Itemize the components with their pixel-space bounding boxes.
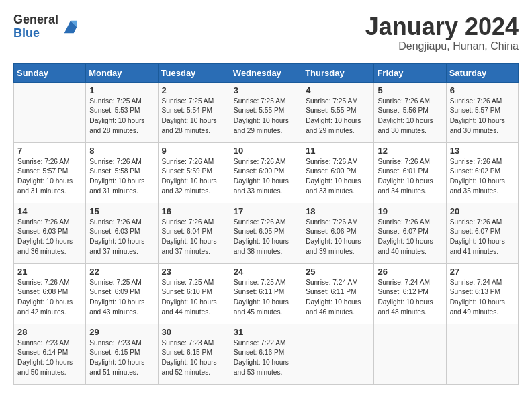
calendar-cell: [14, 82, 86, 142]
cell-content: Sunrise: 7:25 AM Sunset: 5:55 PM Dayligh…: [306, 97, 370, 136]
day-number: 17: [234, 206, 298, 216]
day-number: 30: [162, 327, 226, 337]
cell-content: Sunrise: 7:26 AM Sunset: 6:07 PM Dayligh…: [378, 218, 442, 257]
calendar-cell: 11Sunrise: 7:26 AM Sunset: 6:00 PM Dayli…: [302, 142, 374, 203]
calendar-cell: 12Sunrise: 7:26 AM Sunset: 6:01 PM Dayli…: [374, 142, 446, 203]
day-number: 9: [162, 146, 226, 156]
calendar-cell: 6Sunrise: 7:26 AM Sunset: 5:57 PM Daylig…: [446, 82, 518, 142]
day-number: 14: [17, 206, 82, 216]
cell-content: Sunrise: 7:26 AM Sunset: 5:57 PM Dayligh…: [450, 97, 515, 136]
day-number: 5: [378, 85, 442, 95]
cell-content: Sunrise: 7:23 AM Sunset: 6:15 PM Dayligh…: [89, 338, 154, 378]
calendar-cell: 8Sunrise: 7:26 AM Sunset: 5:58 PM Daylig…: [86, 142, 158, 203]
day-number: 4: [306, 85, 370, 95]
calendar-cell: 10Sunrise: 7:26 AM Sunset: 6:00 PM Dayli…: [230, 142, 302, 203]
cell-content: Sunrise: 7:25 AM Sunset: 5:53 PM Dayligh…: [89, 97, 154, 136]
day-number: 23: [162, 267, 226, 277]
weekday-header-monday: Monday: [86, 63, 158, 82]
day-number: 11: [306, 146, 370, 156]
weekday-header-tuesday: Tuesday: [158, 63, 230, 82]
calendar-cell: 17Sunrise: 7:26 AM Sunset: 6:05 PM Dayli…: [230, 203, 302, 263]
cell-content: Sunrise: 7:26 AM Sunset: 6:00 PM Dayligh…: [306, 157, 370, 197]
cell-content: Sunrise: 7:26 AM Sunset: 6:08 PM Dayligh…: [17, 278, 82, 318]
logo-blue: Blue: [13, 27, 58, 40]
day-number: 24: [234, 267, 298, 277]
cell-content: Sunrise: 7:25 AM Sunset: 5:55 PM Dayligh…: [234, 97, 298, 136]
day-number: 6: [450, 85, 515, 95]
day-number: 29: [89, 327, 154, 337]
calendar-week-row: 7Sunrise: 7:26 AM Sunset: 5:57 PM Daylig…: [14, 142, 519, 203]
calendar-cell: 5Sunrise: 7:26 AM Sunset: 5:56 PM Daylig…: [374, 82, 446, 142]
weekday-header-thursday: Thursday: [302, 63, 374, 82]
cell-content: Sunrise: 7:26 AM Sunset: 6:03 PM Dayligh…: [17, 218, 82, 257]
calendar-cell: [302, 324, 374, 384]
logo: General Blue: [13, 13, 80, 40]
cell-content: Sunrise: 7:26 AM Sunset: 6:05 PM Dayligh…: [234, 218, 298, 257]
location-title: Dengjiapu, Hunan, China: [365, 40, 519, 52]
calendar-cell: [374, 324, 446, 384]
cell-content: Sunrise: 7:26 AM Sunset: 6:06 PM Dayligh…: [306, 218, 370, 257]
cell-content: Sunrise: 7:25 AM Sunset: 5:54 PM Dayligh…: [162, 97, 226, 136]
cell-content: Sunrise: 7:26 AM Sunset: 5:57 PM Dayligh…: [17, 157, 82, 197]
cell-content: Sunrise: 7:26 AM Sunset: 6:00 PM Dayligh…: [234, 157, 298, 197]
calendar-cell: 25Sunrise: 7:24 AM Sunset: 6:11 PM Dayli…: [302, 263, 374, 324]
day-number: 12: [378, 146, 442, 156]
day-number: 2: [162, 85, 226, 95]
weekday-header-sunday: Sunday: [14, 63, 86, 82]
cell-content: Sunrise: 7:26 AM Sunset: 6:01 PM Dayligh…: [378, 157, 442, 197]
calendar-cell: 3Sunrise: 7:25 AM Sunset: 5:55 PM Daylig…: [230, 82, 302, 142]
day-number: 18: [306, 206, 370, 216]
cell-content: Sunrise: 7:25 AM Sunset: 6:11 PM Dayligh…: [234, 278, 298, 318]
calendar-cell: 7Sunrise: 7:26 AM Sunset: 5:57 PM Daylig…: [14, 142, 86, 203]
calendar-cell: 22Sunrise: 7:25 AM Sunset: 6:09 PM Dayli…: [86, 263, 158, 324]
cell-content: Sunrise: 7:25 AM Sunset: 6:10 PM Dayligh…: [162, 278, 226, 318]
cell-content: Sunrise: 7:26 AM Sunset: 5:56 PM Dayligh…: [378, 97, 442, 136]
cell-content: Sunrise: 7:22 AM Sunset: 6:16 PM Dayligh…: [234, 338, 298, 378]
calendar-cell: 4Sunrise: 7:25 AM Sunset: 5:55 PM Daylig…: [302, 82, 374, 142]
day-number: 8: [89, 146, 154, 156]
day-number: 31: [234, 327, 298, 337]
calendar-week-row: 28Sunrise: 7:23 AM Sunset: 6:14 PM Dayli…: [14, 324, 519, 384]
calendar-cell: 21Sunrise: 7:26 AM Sunset: 6:08 PM Dayli…: [14, 263, 86, 324]
cell-content: Sunrise: 7:23 AM Sunset: 6:14 PM Dayligh…: [17, 338, 82, 378]
cell-content: Sunrise: 7:24 AM Sunset: 6:12 PM Dayligh…: [378, 278, 442, 318]
month-title: January 2024: [365, 13, 519, 40]
calendar-cell: 19Sunrise: 7:26 AM Sunset: 6:07 PM Dayli…: [374, 203, 446, 263]
weekday-header-wednesday: Wednesday: [230, 63, 302, 82]
calendar-cell: 27Sunrise: 7:24 AM Sunset: 6:13 PM Dayli…: [446, 263, 518, 324]
cell-content: Sunrise: 7:25 AM Sunset: 6:09 PM Dayligh…: [89, 278, 154, 318]
calendar-cell: 14Sunrise: 7:26 AM Sunset: 6:03 PM Dayli…: [14, 203, 86, 263]
calendar-cell: 30Sunrise: 7:23 AM Sunset: 6:15 PM Dayli…: [158, 324, 230, 384]
calendar-week-row: 21Sunrise: 7:26 AM Sunset: 6:08 PM Dayli…: [14, 263, 519, 324]
logo-icon: [61, 17, 80, 36]
cell-content: Sunrise: 7:26 AM Sunset: 6:02 PM Dayligh…: [450, 157, 515, 197]
calendar-cell: 9Sunrise: 7:26 AM Sunset: 5:59 PM Daylig…: [158, 142, 230, 203]
day-number: 25: [306, 267, 370, 277]
day-number: 10: [234, 146, 298, 156]
cell-content: Sunrise: 7:26 AM Sunset: 5:58 PM Dayligh…: [89, 157, 154, 197]
calendar-table: SundayMondayTuesdayWednesdayThursdayFrid…: [13, 63, 519, 385]
day-number: 22: [89, 267, 154, 277]
cell-content: Sunrise: 7:23 AM Sunset: 6:15 PM Dayligh…: [162, 338, 226, 378]
weekday-header-saturday: Saturday: [446, 63, 518, 82]
day-number: 7: [17, 146, 82, 156]
calendar-cell: 24Sunrise: 7:25 AM Sunset: 6:11 PM Dayli…: [230, 263, 302, 324]
logo-general: General: [13, 13, 58, 27]
day-number: 21: [17, 267, 82, 277]
day-number: 13: [450, 146, 515, 156]
calendar-cell: 15Sunrise: 7:26 AM Sunset: 6:03 PM Dayli…: [86, 203, 158, 263]
calendar-cell: 18Sunrise: 7:26 AM Sunset: 6:06 PM Dayli…: [302, 203, 374, 263]
weekday-header-row: SundayMondayTuesdayWednesdayThursdayFrid…: [14, 63, 519, 82]
cell-content: Sunrise: 7:24 AM Sunset: 6:11 PM Dayligh…: [306, 278, 370, 318]
calendar-cell: 29Sunrise: 7:23 AM Sunset: 6:15 PM Dayli…: [86, 324, 158, 384]
day-number: 3: [234, 85, 298, 95]
title-area: January 2024 Dengjiapu, Hunan, China: [365, 13, 519, 52]
calendar-cell: [446, 324, 518, 384]
calendar-cell: 20Sunrise: 7:26 AM Sunset: 6:07 PM Dayli…: [446, 203, 518, 263]
day-number: 19: [378, 206, 442, 216]
calendar-cell: 23Sunrise: 7:25 AM Sunset: 6:10 PM Dayli…: [158, 263, 230, 324]
cell-content: Sunrise: 7:26 AM Sunset: 5:59 PM Dayligh…: [162, 157, 226, 197]
cell-content: Sunrise: 7:24 AM Sunset: 6:13 PM Dayligh…: [450, 278, 515, 318]
calendar-cell: 31Sunrise: 7:22 AM Sunset: 6:16 PM Dayli…: [230, 324, 302, 384]
calendar-cell: 28Sunrise: 7:23 AM Sunset: 6:14 PM Dayli…: [14, 324, 86, 384]
